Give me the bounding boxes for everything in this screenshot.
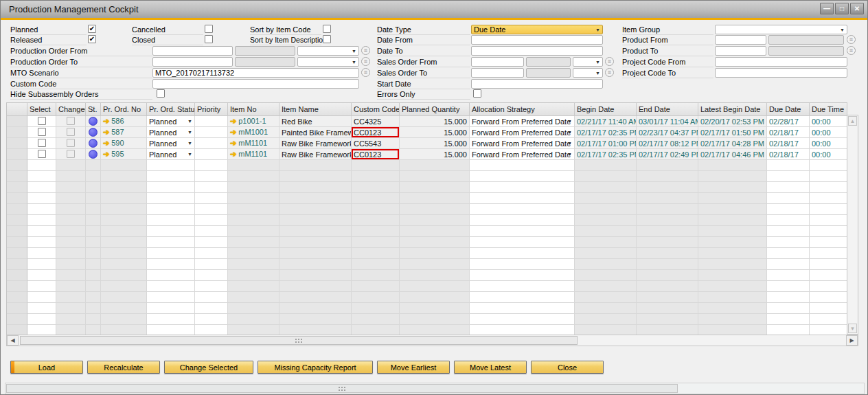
allocation-strategy-dropdown[interactable]: Forward From Preferred Date▼	[470, 116, 575, 127]
custom-code-input[interactable]	[152, 79, 359, 89]
select-checkbox[interactable]	[38, 128, 46, 136]
cell-due_date[interactable]: 02/18/17	[767, 149, 810, 160]
col-header-planned-quantity[interactable]: Planned Quantity	[400, 103, 470, 116]
scroll-down-icon[interactable]: ▼	[848, 324, 857, 333]
link-arrow-icon[interactable]: ➔	[230, 128, 236, 136]
link-arrow-icon[interactable]: ➔	[230, 139, 236, 147]
status-dropdown[interactable]: Planned▼	[147, 127, 195, 138]
allocation-strategy-dropdown[interactable]: Forward From Preferred Date▼	[470, 138, 575, 149]
link-arrow-icon[interactable]: ➔	[103, 139, 109, 147]
link-arrow-icon[interactable]: ➔	[230, 117, 236, 125]
choose-from-list-icon[interactable]: ≡	[605, 68, 614, 77]
grid-horizontal-scrollbar[interactable]: ◀ ▶	[6, 335, 858, 346]
minimize-icon[interactable]: —	[820, 3, 834, 14]
col-header-st-[interactable]: St.	[86, 103, 101, 116]
scrollbar-thumb[interactable]	[20, 336, 578, 345]
cell-due_time[interactable]: 00:00	[810, 127, 847, 138]
select-checkbox[interactable]	[38, 139, 46, 147]
link-arrow-icon[interactable]: ➔	[230, 150, 236, 158]
col-header-allocation-strategy[interactable]: Allocation Strategy	[470, 103, 575, 116]
link-arrow-icon[interactable]: ➔	[103, 150, 109, 158]
move-earliest-button[interactable]: Move Earliest	[377, 361, 450, 374]
change-selected-button[interactable]: Change Selected	[164, 361, 253, 374]
item-group-dropdown[interactable]: ▼	[715, 25, 847, 34]
scroll-right-icon[interactable]: ▶	[846, 335, 858, 346]
hide-subassembly-orders-checkbox[interactable]	[157, 89, 165, 98]
col-header-due-time[interactable]: Due Time	[810, 103, 847, 116]
col-header-select[interactable]: Select	[27, 103, 56, 116]
col-header-changed[interactable]: Changed	[56, 103, 86, 116]
select-checkbox[interactable]	[38, 117, 46, 125]
released-checkbox[interactable]: ✔	[88, 35, 96, 43]
priority-cell[interactable]	[195, 127, 228, 138]
date-type-dropdown[interactable]: Due Date▼	[471, 25, 603, 34]
start-date-input[interactable]	[471, 79, 603, 89]
col-header-due-date[interactable]: Due Date	[767, 103, 810, 116]
closed-checkbox[interactable]	[205, 35, 213, 43]
missing-capacity-report-button[interactable]: Missing Capacity Report	[258, 361, 373, 374]
production-order-from-input[interactable]	[152, 46, 233, 56]
maximize-icon[interactable]: □	[835, 3, 849, 14]
link-arrow-icon[interactable]: ➔	[103, 128, 109, 136]
cancelled-checkbox[interactable]	[205, 25, 213, 33]
col-header-item-name[interactable]: Item Name	[279, 103, 352, 116]
col-header-pr-ord-no[interactable]: Pr. Ord. No	[101, 103, 147, 116]
choose-from-list-icon[interactable]: ≡	[605, 57, 614, 66]
status-dropdown[interactable]: Planned▼	[147, 149, 195, 160]
choose-from-list-icon[interactable]: ≡	[361, 68, 370, 77]
priority-cell[interactable]	[195, 116, 228, 127]
col-header-begin-date[interactable]: Begin Date	[575, 103, 637, 116]
sort-by-item-description-checkbox[interactable]	[323, 35, 331, 43]
cell-due_date[interactable]: 02/18/17	[767, 138, 810, 149]
sort-by-item-code-checkbox[interactable]	[323, 25, 331, 33]
mto-scenario-input[interactable]	[152, 68, 359, 78]
sales-order-to-input[interactable]	[471, 68, 524, 78]
move-latest-button[interactable]: Move Latest	[454, 361, 527, 374]
row-selector[interactable]	[7, 127, 27, 138]
scroll-up-icon[interactable]: ▲	[848, 116, 857, 126]
close-icon[interactable]: ✕	[850, 3, 864, 14]
col-header-end-date[interactable]: End Date	[637, 103, 698, 116]
production-order-to-dropdown[interactable]: ▼	[297, 57, 359, 67]
scrollbar-thumb[interactable]	[6, 384, 678, 393]
project-code-from-input[interactable]	[715, 57, 847, 67]
col-header-rowhead[interactable]	[7, 103, 27, 116]
production-order-to-input[interactable]	[152, 57, 233, 67]
date-to-input[interactable]	[471, 46, 603, 56]
close-button[interactable]: Close	[531, 361, 604, 374]
cell-due_time[interactable]: 00:00	[810, 138, 847, 149]
row-selector[interactable]	[7, 116, 27, 127]
date-from-input[interactable]	[471, 35, 603, 45]
load-button[interactable]: Load	[10, 361, 83, 374]
col-header-custom-code[interactable]: Custom Code	[352, 103, 400, 116]
priority-cell[interactable]	[195, 138, 228, 149]
errors-only-checkbox[interactable]	[473, 89, 481, 98]
product-to-input[interactable]	[715, 46, 766, 56]
sales-order-to-dropdown[interactable]: ▼	[573, 68, 603, 78]
status-dropdown[interactable]: Planned▼	[147, 116, 195, 127]
product-from-input[interactable]	[715, 35, 766, 45]
col-header-item-no[interactable]: Item No	[228, 103, 279, 116]
select-checkbox[interactable]	[38, 150, 46, 158]
allocation-strategy-dropdown[interactable]: Forward From Preferred Date▼	[470, 149, 575, 160]
col-header-latest-begin-date[interactable]: Latest Begin Date	[698, 103, 767, 116]
choose-from-list-icon[interactable]: ≡	[847, 46, 856, 55]
col-header-pr-ord-status[interactable]: Pr. Ord. Status	[147, 103, 195, 116]
sales-order-from-dropdown[interactable]: ▼	[573, 57, 603, 67]
allocation-strategy-dropdown[interactable]: Forward From Preferred Date▼	[470, 127, 575, 138]
cell-due_time[interactable]: 00:00	[810, 149, 847, 160]
recalculate-button[interactable]: Recalculate	[87, 361, 160, 374]
production-order-from-dropdown[interactable]: ▼	[297, 46, 359, 56]
choose-from-list-icon[interactable]: ≡	[847, 35, 856, 44]
window-horizontal-scrollbar[interactable]	[5, 383, 865, 394]
scroll-left-icon[interactable]: ◀	[7, 335, 19, 346]
row-selector[interactable]	[7, 138, 27, 149]
col-header-priority[interactable]: Priority	[195, 103, 228, 116]
project-code-to-input[interactable]	[715, 68, 847, 78]
planned-checkbox[interactable]: ✔	[88, 25, 96, 33]
cell-due_date[interactable]: 02/18/17	[767, 127, 810, 138]
status-dropdown[interactable]: Planned▼	[147, 138, 195, 149]
cell-due_time[interactable]: 00:00	[810, 116, 847, 127]
grid-vertical-scrollbar[interactable]: ▲ ▼	[847, 115, 858, 335]
priority-cell[interactable]	[195, 149, 228, 160]
